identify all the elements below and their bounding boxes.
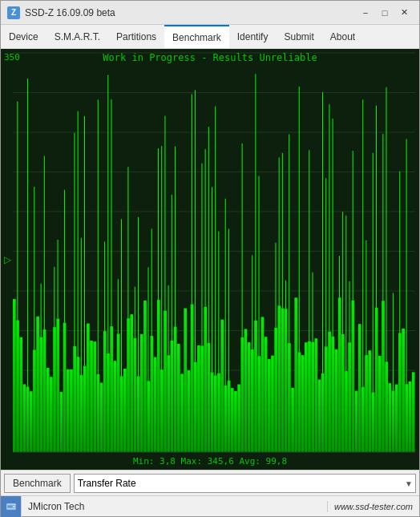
chart-y-max: 350 bbox=[4, 52, 20, 63]
status-icon bbox=[1, 496, 22, 517]
svg-rect-3 bbox=[8, 506, 12, 507]
menu-item-identify[interactable]: Identify bbox=[229, 25, 277, 48]
device-name: JMicron Tech bbox=[22, 501, 328, 512]
chart-area: 350 ▷ Work in Progress - Results Unrelia… bbox=[1, 49, 419, 470]
website-url: www.ssd-tester.com bbox=[328, 502, 419, 511]
menu-item-submit[interactable]: Submit bbox=[276, 25, 321, 48]
menu-item-partitions[interactable]: Partitions bbox=[108, 25, 164, 48]
svg-point-2 bbox=[13, 505, 15, 507]
benchmark-button[interactable]: Benchmark bbox=[4, 474, 71, 493]
benchmark-chart bbox=[1, 49, 419, 470]
app-window: Z SSD-Z 16.09.09 beta − □ ✕ DeviceS.M.A.… bbox=[0, 0, 420, 517]
status-bar: JMicron Tech www.ssd-tester.com bbox=[1, 495, 419, 516]
chart-title: Work in Progress - Results Unreliable bbox=[103, 52, 317, 63]
title-bar: Z SSD-Z 16.09.09 beta − □ ✕ bbox=[1, 1, 419, 25]
minimize-button[interactable]: − bbox=[357, 5, 374, 21]
transfer-rate-select[interactable]: Transfer RateRead SpeedWrite SpeedSeq Re… bbox=[74, 474, 416, 493]
menu-item-s-m-a-r-t-[interactable]: S.M.A.R.T. bbox=[46, 25, 108, 48]
app-icon: Z bbox=[7, 6, 20, 19]
chart-stats: Min: 3,8 Max: 345,6 Avg: 99,8 bbox=[133, 456, 287, 467]
window-title: SSD-Z 16.09.09 beta bbox=[25, 7, 357, 18]
menu-item-device[interactable]: Device bbox=[1, 25, 46, 48]
transfer-select-wrapper: Transfer RateRead SpeedWrite SpeedSeq Re… bbox=[74, 474, 416, 493]
drive-icon bbox=[6, 501, 17, 512]
bottom-toolbar: Benchmark Transfer RateRead SpeedWrite S… bbox=[1, 470, 419, 495]
window-controls: − □ ✕ bbox=[357, 5, 413, 21]
maximize-button[interactable]: □ bbox=[376, 5, 394, 21]
menu-bar: DeviceS.M.A.R.T.PartitionsBenchmarkIdent… bbox=[1, 25, 419, 49]
menu-item-about[interactable]: About bbox=[322, 25, 363, 48]
menu-item-benchmark[interactable]: Benchmark bbox=[164, 25, 229, 48]
close-button[interactable]: ✕ bbox=[395, 5, 413, 21]
chart-arrow: ▷ bbox=[4, 254, 11, 265]
